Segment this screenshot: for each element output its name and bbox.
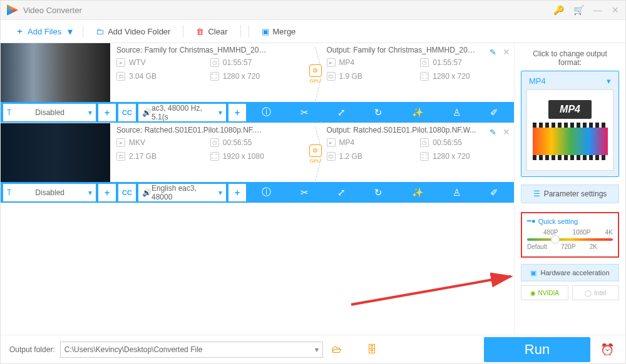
audio-value: English eac3, 48000 (151, 184, 218, 201)
cc-button[interactable]: CC (118, 184, 136, 201)
source-duration: 00:56:55 (223, 138, 252, 147)
file-list: Source: Family for Christmas_HMMHD_2019_… (1, 43, 514, 335)
edit-tool-icon[interactable]: ✐ (485, 107, 503, 118)
nvidia-label: NVIDIA (538, 290, 559, 296)
window-controls: 🔑 🛒 ― ✕ (553, 5, 619, 15)
key-icon[interactable]: 🔑 (553, 5, 564, 15)
watermark-tool-icon[interactable]: ♙ (448, 107, 466, 118)
cut-tool-icon[interactable]: ✂ (295, 107, 314, 118)
add-files-label: Add Files (28, 27, 61, 36)
minimize-button[interactable]: ― (593, 5, 602, 15)
format-preview: MP4 (526, 89, 613, 171)
output-format: MP4 (339, 58, 355, 67)
folder-icon: 🗀 (116, 152, 125, 161)
crop-tool-icon[interactable]: ⤢ (332, 107, 351, 118)
watermark-tool-icon[interactable]: ♙ (448, 187, 466, 198)
folder-icon: 🗀 (327, 72, 336, 81)
info-tool-icon[interactable]: ⓘ (257, 186, 276, 198)
format-icon: ▸ (327, 58, 336, 67)
rotate-tool-icon[interactable]: ↻ (369, 187, 387, 198)
add-folder-label: Add Video Folder (108, 27, 170, 36)
hardware-accel-button[interactable]: ▣ Hardware acceleration (521, 264, 619, 281)
gpu-label: GPU (310, 78, 321, 84)
remove-item-icon[interactable]: ✕ (503, 127, 510, 137)
parameter-settings-button[interactable]: ☰ Parameter settings (521, 185, 619, 203)
output-resolution: 1280 x 720 (433, 152, 470, 161)
source-resolution: 1280 x 720 (223, 72, 260, 81)
gpu-chip-icon: ⚙ (309, 144, 322, 157)
output-folder-label: Output folder: (9, 345, 55, 354)
gpu-chip-icon: ⚙ (309, 64, 322, 77)
intel-chip: ◯Intel (572, 285, 620, 300)
output-size: 1.9 GB (339, 72, 362, 81)
subtitle-value: Disabled (35, 188, 64, 197)
resolution-icon: ⛶ (420, 152, 429, 161)
annotation-arrow (351, 267, 514, 305)
edit-tool-icon[interactable]: ✐ (485, 187, 503, 198)
add-files-button[interactable]: ＋ Add Files (7, 20, 70, 43)
source-title: Source: Ratched.S01E01.Pilot.1080p.NF.WE… (116, 126, 267, 134)
resolution-icon: ⛶ (420, 72, 429, 81)
source-title: Source: Family for Christmas_HMMHD_2019_… (116, 46, 267, 54)
output-format-box[interactable]: MP4▾ MP4 (521, 71, 619, 177)
gpu-label: GPU (310, 158, 321, 164)
cut-tool-icon[interactable]: ✂ (295, 187, 314, 198)
edit-name-icon[interactable]: ✎ (490, 128, 496, 137)
intel-icon: ◯ (585, 290, 592, 296)
add-subtitle-button[interactable]: + (98, 104, 116, 121)
audio-select[interactable]: 🔊ac3, 48000 Hz, 5.1(s▾ (138, 104, 226, 121)
source-info: Source: Family for Christmas_HMMHD_2019_… (116, 46, 304, 102)
clock-icon: ◷ (420, 58, 429, 67)
output-info: Output: Ratched.S01E01.Pilot.1080p.NF.W.… (327, 126, 515, 182)
slider-knob[interactable] (551, 235, 560, 244)
gpu-indicator: ⚙ GPU (304, 126, 327, 182)
change-format-label: Click to change output format: (521, 49, 619, 67)
clear-button[interactable]: 🗑 Clear (187, 20, 236, 43)
add-subtitle-button[interactable]: + (98, 184, 116, 201)
chip-icon: ▣ (530, 269, 536, 277)
run-label: Run (525, 341, 550, 358)
qs-mark: 2K (590, 243, 597, 250)
add-audio-button[interactable]: + (228, 104, 246, 121)
source-size: 3.04 GB (129, 72, 156, 81)
plus-icon: ＋ (16, 26, 24, 37)
effect-tool-icon[interactable]: ✨ (407, 187, 429, 198)
sliders-icon: ☰ (533, 190, 540, 198)
audio-select[interactable]: 🔊English eac3, 48000▾ (138, 184, 226, 201)
edit-name-icon[interactable]: ✎ (490, 48, 496, 57)
rotate-tool-icon[interactable]: ↻ (369, 107, 387, 118)
subtitle-select[interactable]: TDisabled▾ (3, 104, 96, 121)
list-item: Source: Ratched.S01E01.Pilot.1080p.NF.WE… (1, 123, 514, 203)
output-path-select[interactable]: C:\Users\Kevincy\Desktop\Converted File … (60, 341, 323, 358)
run-button[interactable]: Run (484, 337, 590, 362)
chevron-down-icon: ▾ (607, 76, 611, 86)
qs-mark: Default (527, 243, 547, 250)
remove-item-icon[interactable]: ✕ (503, 47, 510, 57)
crop-tool-icon[interactable]: ⤢ (332, 187, 351, 198)
quick-marks-bottom: Default 720P 2K . (527, 243, 613, 250)
close-button[interactable]: ✕ (612, 5, 619, 15)
clock-icon: ◷ (210, 58, 219, 67)
effect-tool-icon[interactable]: ✨ (407, 107, 429, 118)
quick-setting-label: Quick setting (538, 218, 578, 225)
format-icon: ▸ (116, 138, 125, 147)
open-output-icon[interactable]: 🗄 (367, 344, 377, 355)
add-folder-button[interactable]: 🗀 Add Video Folder (87, 20, 179, 43)
schedule-button[interactable]: ⏰ (598, 340, 617, 359)
subtitle-select[interactable]: TDisabled▾ (3, 184, 96, 201)
merge-button[interactable]: ▣ Merge (253, 20, 305, 43)
output-size: 1.2 GB (339, 152, 362, 161)
cart-icon[interactable]: 🛒 (573, 5, 584, 15)
open-folder-icon[interactable]: 🗁 (332, 344, 342, 355)
quality-slider[interactable] (527, 238, 613, 241)
quick-marks-top: . 480P 1080P 4K (527, 229, 613, 236)
svg-line-0 (351, 276, 511, 305)
output-title: Output: Ratched.S01E01.Pilot.1080p.NF.W.… (327, 126, 477, 134)
info-tool-icon[interactable]: ⓘ (257, 106, 276, 118)
cc-button[interactable]: CC (118, 104, 136, 121)
video-thumbnail[interactable] (1, 43, 110, 102)
qs-mark: 1080P (573, 229, 591, 236)
add-audio-button[interactable]: + (228, 184, 246, 201)
video-thumbnail[interactable] (1, 123, 110, 182)
add-files-dropdown[interactable]: ▾ (68, 26, 73, 38)
